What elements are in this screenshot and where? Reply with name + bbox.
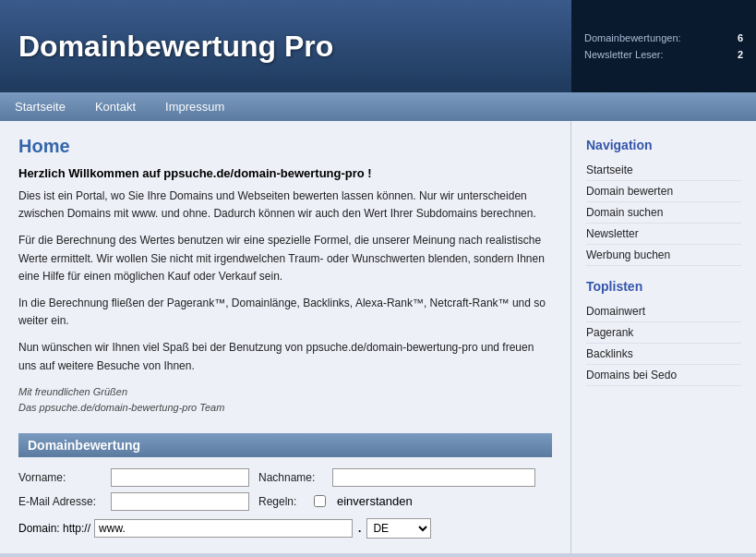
sidebar-backlinks[interactable]: Backlinks (586, 344, 741, 365)
stat-newsletter-label: Newsletter Leser: (584, 49, 664, 60)
input-vorname[interactable] (111, 468, 249, 487)
label-nachname: Nachname: (258, 471, 323, 484)
label-einverstanden: einverstanden (337, 494, 413, 508)
label-vorname: Vorname: (18, 471, 102, 484)
header: Domainbewertung Pro Domainbewertungen: 6… (0, 0, 756, 92)
nav-kontakt[interactable]: Kontakt (80, 92, 150, 121)
body-text-4: Nun wünschen wir Ihnen viel Spaß bei der… (18, 339, 552, 374)
content-wrapper: Home Herzlich Willkommen auf ppsuche.de/… (0, 121, 756, 553)
navbar: Startseite Kontakt Impressum (0, 92, 756, 121)
main-content: Home Herzlich Willkommen auf ppsuche.de/… (0, 121, 571, 553)
domainbewertung-form: Domainbewertung Vorname: Nachname: E-Mai… (18, 433, 552, 539)
page-title: Home (18, 136, 552, 157)
domain-dot-separator: . (358, 522, 361, 535)
stat-newsletter-value: 2 (738, 49, 743, 60)
sidebar-domains-bei-sedo[interactable]: Domains bei Sedo (586, 365, 741, 386)
sidebar-werbung-buchen[interactable]: Werbung buchen (586, 245, 741, 266)
input-domain[interactable] (94, 519, 353, 538)
sidebar-nav-title: Navigation (586, 138, 741, 152)
form-section-title: Domainbewertung (18, 433, 552, 457)
body-text-3: In die Berechnung fließen der Pagerank™,… (18, 295, 552, 330)
sidebar-domainwert[interactable]: Domainwert (586, 301, 741, 322)
header-title-area: Domainbewertung Pro (0, 0, 571, 92)
label-email: E-Mail Adresse: (18, 495, 102, 508)
sidebar-startseite[interactable]: Startseite (586, 160, 741, 181)
sidebar: Navigation Startseite Domain bewerten Do… (571, 121, 756, 553)
label-regeln: Regeln: (258, 495, 305, 508)
sidebar-toplisten-title: Toplisten (586, 279, 741, 294)
site-title: Domainbewertung Pro (18, 30, 333, 64)
stat-domainbewertungen-label: Domainbewertungen: (584, 32, 681, 43)
form-row-names: Vorname: Nachname: (18, 468, 552, 487)
welcome-heading: Herzlich Willkommen auf ppsuche.de/domai… (18, 166, 552, 180)
label-domain: Domain: http:// (18, 522, 90, 535)
body-text-2: Für die Berechnung des Wertes benutzen w… (18, 232, 552, 285)
sidebar-domain-bewerten[interactable]: Domain bewerten (586, 181, 741, 202)
body-text-1: Dies ist ein Portal, wo Sie Ihre Domains… (18, 188, 552, 223)
input-nachname[interactable] (332, 468, 535, 487)
signature: Mit freundlichen Grüßen Das ppsuche.de/d… (18, 384, 552, 417)
signature-line1: Mit freundlichen Grüßen (18, 386, 127, 397)
sidebar-pagerank[interactable]: Pagerank (586, 322, 741, 344)
sidebar-newsletter[interactable]: Newsletter (586, 224, 741, 245)
header-stats: Domainbewertungen: 6 Newsletter Leser: 2 (571, 0, 756, 92)
stat-newsletter: Newsletter Leser: 2 (584, 49, 743, 60)
nav-startseite[interactable]: Startseite (0, 92, 80, 121)
stat-domainbewertungen: Domainbewertungen: 6 (584, 32, 743, 43)
form-row-domain: Domain: http:// . DE COM NET ORG INFO (18, 518, 552, 539)
signature-line2: Das ppsuche.de/domain-bewertung-pro Team (18, 402, 224, 413)
stat-domainbewertungen-value: 6 (738, 32, 743, 43)
select-tld[interactable]: DE COM NET ORG INFO (366, 518, 431, 539)
input-email[interactable] (111, 492, 249, 511)
sidebar-domain-suchen[interactable]: Domain suchen (586, 202, 741, 224)
nav-impressum[interactable]: Impressum (150, 92, 239, 121)
form-row-email: E-Mail Adresse: Regeln: einverstanden (18, 492, 552, 511)
checkbox-einverstanden[interactable] (314, 495, 326, 507)
